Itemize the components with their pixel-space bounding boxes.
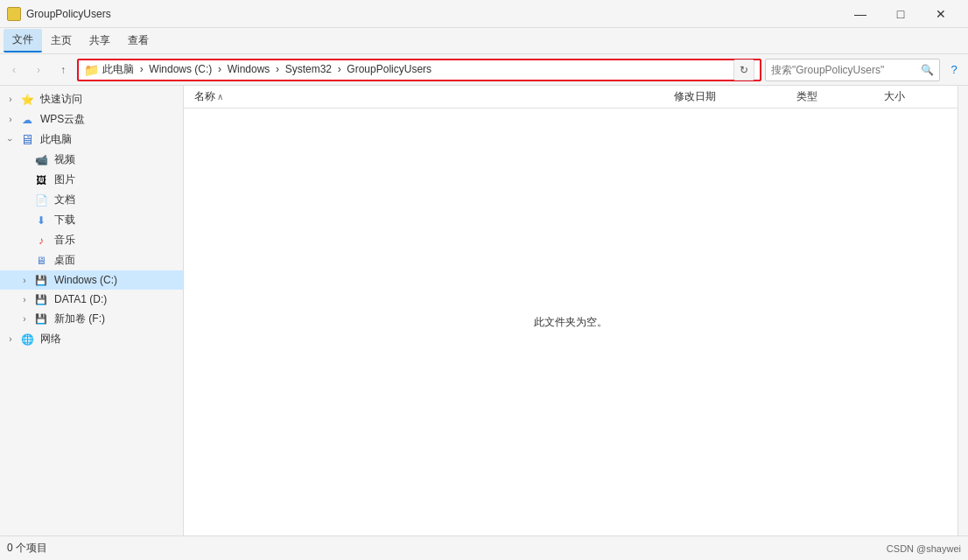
sidebar-label-pictures: 图片 — [54, 172, 75, 187]
right-scrollbar[interactable] — [957, 86, 968, 536]
column-size-label: 大小 — [884, 89, 905, 104]
status-bar: 0 个项目 CSDN @shaywei — [0, 536, 968, 560]
address-folder-icon: 📁 — [84, 63, 99, 77]
sidebar-item-network[interactable]: › 🌐 网络 — [0, 329, 183, 349]
back-button[interactable]: ‹ — [4, 60, 25, 80]
expand-drive-c-arrow[interactable]: › — [18, 273, 32, 287]
expand-pc-arrow[interactable]: › — [4, 133, 18, 147]
desktop-folder-icon: 🖥 — [33, 254, 49, 268]
sidebar-item-drive-d[interactable]: › 💾 DATA1 (D:) — [0, 290, 183, 309]
sidebar-item-pictures[interactable]: › 🖼 图片 — [0, 170, 183, 190]
sidebar-item-downloads[interactable]: › ⬇ 下载 — [0, 210, 183, 230]
sidebar-item-documents[interactable]: › 📄 文档 — [0, 190, 183, 210]
expand-drive-d-arrow[interactable]: › — [18, 292, 32, 306]
refresh-button[interactable]: ↻ — [733, 60, 754, 80]
status-watermark: CSDN @shaywei — [887, 543, 961, 554]
address-bar-input[interactable] — [102, 64, 730, 76]
column-header-name[interactable]: 名称 ∧ — [191, 89, 670, 104]
sidebar-label-wps: WPS云盘 — [40, 112, 85, 127]
sort-arrow-name: ∧ — [217, 92, 223, 102]
sidebar-item-quick-access[interactable]: › ⭐ 快速访问 — [0, 89, 183, 109]
close-button[interactable]: ✕ — [921, 0, 961, 28]
minimize-button[interactable]: — — [840, 0, 880, 28]
column-name-label: 名称 — [194, 89, 215, 104]
drive-c-icon: 💾 — [33, 273, 49, 287]
main-area: › ⭐ 快速访问 › ☁ WPS云盘 › 🖥 此电脑 › 📹 视频 › 🖼 图片 — [0, 86, 968, 536]
sidebar-item-drive-f[interactable]: › 💾 新加卷 (F:) — [0, 309, 183, 329]
documents-folder-icon: 📄 — [33, 193, 49, 207]
address-bar-wrapper[interactable]: 📁 ↻ — [77, 59, 761, 81]
sidebar-label-network: 网络 — [40, 332, 61, 346]
pictures-folder-icon: 🖼 — [33, 173, 49, 187]
sidebar-label-downloads: 下载 — [54, 213, 75, 228]
downloads-folder-icon: ⬇ — [33, 214, 49, 228]
sidebar-label-drive-f: 新加卷 (F:) — [54, 312, 105, 326]
sidebar-label-quick-access: 快速访问 — [40, 92, 82, 107]
network-icon: 🌐 — [19, 332, 35, 346]
pc-icon: 🖥 — [19, 133, 35, 147]
sidebar-label-pc: 此电脑 — [40, 132, 72, 147]
sidebar-item-music[interactable]: › ♪ 音乐 — [0, 230, 183, 250]
content-area: 名称 ∧ 修改日期 类型 大小 此文件夹为空。 — [184, 86, 957, 536]
expand-network-arrow[interactable]: › — [4, 332, 18, 346]
sidebar-label-video: 视频 — [54, 152, 75, 167]
column-header-date[interactable]: 修改日期 — [670, 89, 793, 104]
menu-bar: 文件 主页 共享 查看 — [0, 28, 968, 54]
sidebar-item-this-pc[interactable]: › 🖥 此电脑 — [0, 130, 183, 150]
up-button[interactable]: ↑ — [53, 60, 74, 80]
menu-item-view[interactable]: 查看 — [119, 30, 158, 52]
title-bar-left: GroupPolicyUsers — [7, 7, 111, 21]
expand-wps-arrow[interactable]: › — [4, 113, 18, 127]
file-list: 此文件夹为空。 — [184, 108, 957, 536]
sidebar: › ⭐ 快速访问 › ☁ WPS云盘 › 🖥 此电脑 › 📹 视频 › 🖼 图片 — [0, 86, 184, 536]
help-button[interactable]: ? — [943, 60, 964, 80]
sidebar-label-drive-c: Windows (C:) — [54, 274, 117, 286]
empty-message: 此文件夹为空。 — [534, 315, 607, 330]
sidebar-item-wps-cloud[interactable]: › ☁ WPS云盘 — [0, 109, 183, 130]
column-date-label: 修改日期 — [674, 89, 716, 104]
video-folder-icon: 📹 — [33, 153, 49, 167]
nav-bar: ‹ › ↑ 📁 ↻ 🔍 ? — [0, 54, 968, 86]
drive-f-icon: 💾 — [33, 312, 49, 326]
drive-d-icon: 💾 — [33, 292, 49, 306]
title-bar: GroupPolicyUsers — □ ✕ — [0, 0, 968, 28]
quick-access-icon: ⭐ — [19, 93, 35, 107]
music-folder-icon: ♪ — [33, 234, 49, 248]
wps-cloud-icon: ☁ — [19, 113, 35, 127]
sidebar-label-documents: 文档 — [54, 192, 75, 207]
forward-button[interactable]: › — [28, 60, 49, 80]
column-header-size[interactable]: 大小 — [880, 89, 950, 104]
menu-item-file[interactable]: 文件 — [4, 29, 42, 52]
expand-drive-f-arrow[interactable]: › — [18, 312, 32, 326]
sidebar-label-drive-d: DATA1 (D:) — [54, 293, 107, 305]
search-icon[interactable]: 🔍 — [921, 64, 934, 76]
search-bar[interactable]: 🔍 — [765, 59, 940, 81]
menu-item-share[interactable]: 共享 — [81, 30, 119, 52]
sidebar-label-music: 音乐 — [54, 233, 75, 248]
maximize-button[interactable]: □ — [880, 0, 921, 28]
status-item-count: 0 个项目 — [7, 541, 47, 556]
title-bar-folder-icon — [7, 7, 21, 21]
sidebar-item-desktop[interactable]: › 🖥 桌面 — [0, 250, 183, 270]
column-headers: 名称 ∧ 修改日期 类型 大小 — [184, 86, 957, 108]
menu-item-home[interactable]: 主页 — [42, 30, 81, 52]
title-bar-controls: — □ ✕ — [840, 0, 961, 28]
sidebar-item-drive-c[interactable]: › 💾 Windows (C:) — [0, 270, 183, 290]
search-input[interactable] — [771, 64, 917, 76]
sidebar-item-video[interactable]: › 📹 视频 — [0, 150, 183, 170]
expand-quick-access-arrow[interactable]: › — [4, 93, 18, 107]
column-type-label: 类型 — [796, 89, 817, 104]
sidebar-label-desktop: 桌面 — [54, 253, 75, 268]
window-title: GroupPolicyUsers — [26, 8, 111, 20]
column-header-type[interactable]: 类型 — [793, 89, 880, 104]
